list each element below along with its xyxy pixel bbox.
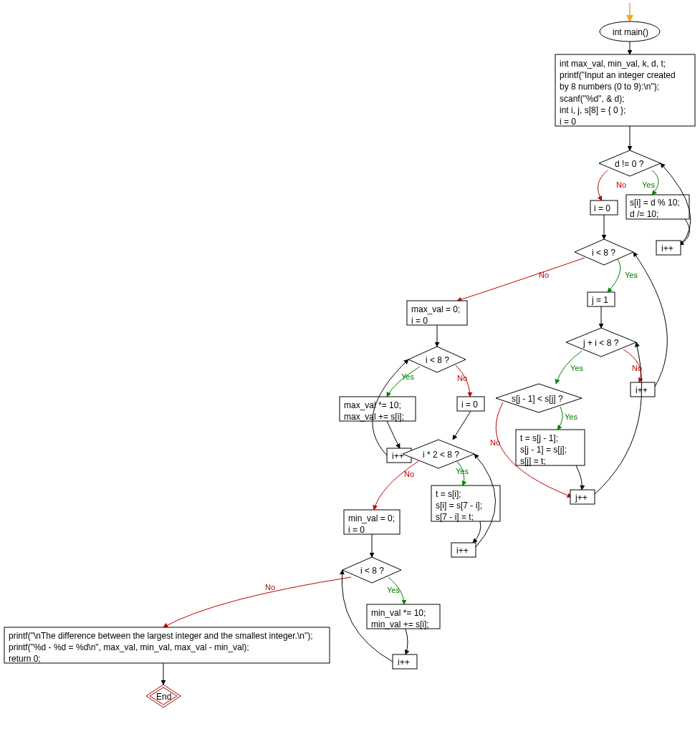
label-cond-d-no: No	[616, 180, 626, 189]
node-cond-d: d != 0 ?	[615, 158, 643, 170]
node-j-eq-1: j = 1	[592, 294, 608, 306]
node-set-maxval: max_val = 0; i = 0	[411, 304, 460, 327]
node-main: int main()	[613, 26, 648, 38]
node-digit-extract: s[i] = d % 10; d /= 10;	[630, 197, 680, 220]
label-i2-yes: Yes	[456, 467, 469, 475]
node-init: int max_val, min_val, k, d, t; printf("I…	[560, 58, 676, 127]
node-set-minval: min_val = 0; i = 0	[348, 513, 395, 536]
node-swap-halves: t = s[i]; s[i] = s[7 - i]; s[7 - i] = t;	[436, 488, 482, 523]
label-i8b-yes: Yes	[401, 372, 414, 381]
node-ipp-5: i++	[398, 657, 410, 668]
node-final: printf("\nThe difference between the lar…	[9, 630, 313, 665]
label-cond-d-yes: Yes	[642, 180, 655, 189]
label-i8b-no: No	[457, 374, 467, 382]
node-swap-s: t = s[j - 1]; s[j - 1] = s[j]; s[j] = t;	[520, 433, 567, 468]
node-cond-i-lt-8a: i < 8 ?	[592, 247, 615, 258]
node-end: End	[156, 691, 171, 702]
node-cond-i-lt-8b: i < 8 ?	[426, 354, 449, 366]
label-sj-no: No	[490, 438, 500, 447]
node-cond-sj: s[j - 1] < s[j] ?	[512, 393, 563, 405]
node-cond-j-i-lt-8: j + i < 8 ?	[583, 337, 618, 349]
svg-line-24	[453, 411, 471, 440]
node-ipp-1: i++	[661, 243, 673, 254]
node-ipp-4: i++	[456, 545, 469, 556]
label-i8a-yes: Yes	[625, 271, 638, 279]
label-i8c-no: No	[265, 583, 275, 591]
node-i-eq-0-2: i = 0	[461, 399, 478, 410]
label-i2-no: No	[404, 470, 414, 478]
node-ipp-2: i++	[636, 385, 648, 396]
label-ji8-yes: Yes	[570, 364, 583, 372]
node-i-eq-0: i = 0	[594, 203, 610, 214]
label-ji8-no: No	[632, 364, 642, 372]
node-jpp: j++	[575, 492, 588, 503]
label-i8c-yes: Yes	[387, 586, 400, 594]
label-sj-yes: Yes	[565, 412, 577, 421]
node-maxval-ops: max_val *= 10; max_val += s[i];	[344, 400, 404, 422]
node-cond-i-lt-8c: i < 8 ?	[360, 565, 384, 576]
node-minval-ops: min_val *= 10; min_val += s[i];	[371, 607, 429, 630]
node-cond-i2-lt-8: i * 2 < 8 ?	[423, 449, 459, 460]
label-i8a-no: No	[539, 271, 549, 279]
node-ipp-3: i++	[392, 450, 404, 462]
